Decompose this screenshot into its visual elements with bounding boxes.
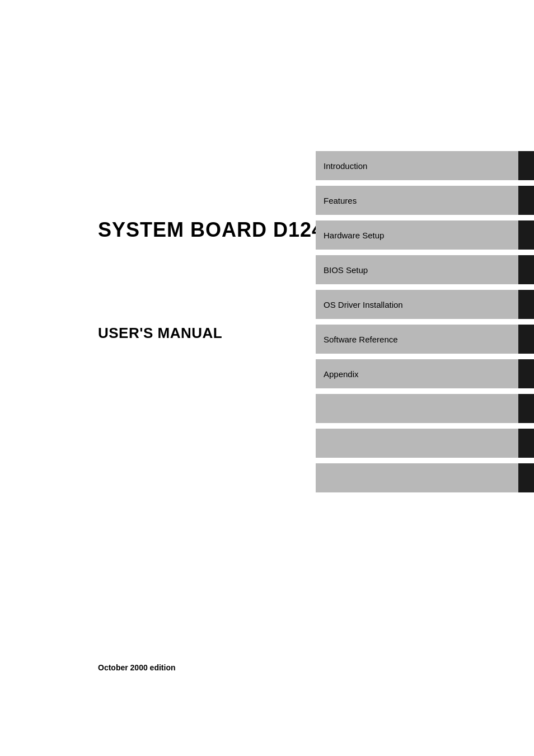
tab-bar-software-reference xyxy=(518,325,534,354)
edition-text: October 2000 edition xyxy=(98,663,175,672)
tab-item-appendix[interactable]: Appendix xyxy=(316,359,534,388)
tabs-container: IntroductionFeaturesHardware SetupBIOS S… xyxy=(316,151,534,492)
tab-item-hardware-setup[interactable]: Hardware Setup xyxy=(316,220,534,250)
tab-bar-os-driver xyxy=(518,290,534,319)
tab-item-features[interactable]: Features xyxy=(316,186,534,215)
tab-bar-blank3 xyxy=(518,463,534,492)
tab-bar-appendix xyxy=(518,359,534,388)
tab-bar-bios-setup xyxy=(518,255,534,284)
tab-label-os-driver: OS Driver Installation xyxy=(316,290,518,319)
main-title: SYSTEM BOARD D1241 xyxy=(98,218,335,242)
tab-item-introduction[interactable]: Introduction xyxy=(316,151,534,180)
tab-bar-blank2 xyxy=(518,429,534,458)
tab-label-features: Features xyxy=(316,186,518,215)
sub-title: USER'S MANUAL xyxy=(98,325,222,342)
tab-label-blank1 xyxy=(316,394,518,423)
tab-bar-blank1 xyxy=(518,394,534,423)
tab-label-blank3 xyxy=(316,463,518,492)
tab-item-os-driver[interactable]: OS Driver Installation xyxy=(316,290,534,319)
tab-bar-hardware-setup xyxy=(518,220,534,250)
tab-label-blank2 xyxy=(316,429,518,458)
tab-item-blank2[interactable] xyxy=(316,429,534,458)
tab-label-introduction: Introduction xyxy=(316,151,518,180)
tab-item-blank1[interactable] xyxy=(316,394,534,423)
tab-label-appendix: Appendix xyxy=(316,359,518,388)
tab-item-software-reference[interactable]: Software Reference xyxy=(316,325,534,354)
page-container: SYSTEM BOARD D1241 USER'S MANUAL October… xyxy=(0,0,534,756)
tab-bar-introduction xyxy=(518,151,534,180)
tab-bar-features xyxy=(518,186,534,215)
tab-item-blank3[interactable] xyxy=(316,463,534,492)
tab-label-software-reference: Software Reference xyxy=(316,325,518,354)
tab-label-hardware-setup: Hardware Setup xyxy=(316,220,518,250)
tab-label-bios-setup: BIOS Setup xyxy=(316,255,518,284)
tab-item-bios-setup[interactable]: BIOS Setup xyxy=(316,255,534,284)
